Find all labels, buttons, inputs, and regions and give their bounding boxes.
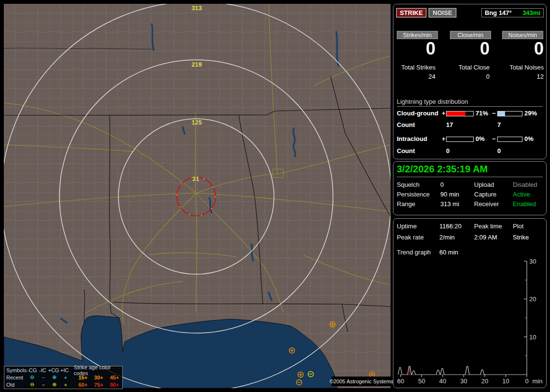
uptime-label: Uptime	[397, 223, 417, 230]
datetime-display: 3/2/2026 2:35:19 AM	[397, 164, 488, 175]
cg-plus-pct: 71%	[476, 110, 488, 117]
svg-text:10: 10	[529, 334, 536, 341]
plot-mode-value: Strike	[513, 234, 529, 241]
ic-count-label: Count	[397, 147, 415, 154]
svg-text:30: 30	[460, 378, 467, 385]
svg-text:10: 10	[502, 378, 509, 385]
cg-minus-pct: 29%	[524, 110, 537, 117]
ring-label-219: 219	[191, 61, 202, 68]
svg-text:60: 60	[397, 378, 404, 385]
strike-stats-panel: STRIKE NOISE Bng 147° 343mi Strikes/min …	[393, 4, 547, 159]
legend-col-pos-cg: +CG	[48, 367, 59, 373]
ic-plus-pct: 0%	[476, 135, 485, 142]
distribution-divider	[397, 106, 543, 107]
legend-col-neg-ic: -IC	[37, 367, 48, 373]
ic-minus-bar	[497, 137, 522, 142]
legend-row-recent: Recent	[6, 375, 27, 380]
total-strikes-label: Total Strikes	[394, 64, 435, 71]
cg-minus-bar	[497, 111, 522, 116]
ic-plus-bar	[446, 137, 474, 142]
svg-text:40: 40	[439, 378, 446, 385]
cg-plus-count: 17	[446, 121, 453, 128]
trend-panel: Uptime 1166:20 Peak time Plot Peak rate …	[393, 218, 547, 388]
total-close-value: 0	[449, 73, 490, 80]
cg-plus-bar-fill	[447, 112, 465, 116]
range-value: 313 mi	[440, 200, 459, 208]
age-30: 30+	[91, 375, 107, 380]
svg-text:20: 20	[529, 295, 536, 303]
cg-count-label: Count	[397, 121, 415, 128]
upload-label: Upload	[474, 181, 494, 188]
pos-cg-recent-icon: ⊕	[49, 374, 60, 380]
nexstorm-window: 313 219 125 31 Symbols -CG -IC +CG +IC S…	[0, 0, 550, 392]
persistence-label: Persistence	[397, 191, 430, 198]
map-legend: Symbols -CG -IC +CG +IC Strike age color…	[4, 366, 123, 389]
upload-status: Disabled	[513, 181, 537, 188]
strike-rate-spike	[436, 370, 440, 375]
ic-minus-sign: −	[492, 135, 496, 142]
age-90: 90+	[106, 382, 122, 388]
svg-text:50: 50	[418, 378, 425, 385]
ic-plus-count: 0	[446, 147, 449, 154]
age-75: 75+	[91, 382, 107, 388]
close-per-min-value: 0	[451, 40, 490, 57]
uptime-value: 1166:20	[439, 223, 462, 230]
noise-mode-button[interactable]: NOISE	[429, 8, 456, 17]
age-45: 45+	[106, 375, 122, 380]
strikes-per-min-value: 0	[397, 40, 435, 57]
ic-minus-pct: 0%	[524, 135, 534, 142]
squelch-label: Squelch	[397, 181, 420, 188]
copyright-attribution: ©2005 Astrogenic Systems	[332, 377, 391, 386]
trend-graph-chart: 6050403020100min102030	[393, 257, 547, 386]
trend-graph-value: 60 min	[439, 249, 458, 256]
svg-text:30: 30	[529, 258, 536, 265]
ic-plus-sign: +	[442, 135, 446, 142]
persistence-value: 90 min	[440, 191, 459, 198]
total-close-label: Total Close	[449, 64, 490, 71]
peak-time-value: 2:09 AM	[474, 234, 497, 241]
squelch-value: 0	[440, 181, 444, 188]
strike-rate-spike	[465, 366, 469, 375]
cg-minus-bar-fill	[498, 112, 505, 116]
cloud-ground-label: Cloud-ground	[397, 110, 438, 117]
map-canvas[interactable]: 313 219 125 31	[4, 4, 391, 388]
intracloud-label: Intracloud	[397, 135, 427, 142]
strike-mode-button[interactable]: STRIKE	[396, 8, 426, 17]
bearing-distance: 343mi	[522, 9, 540, 16]
neg-cg-recent-icon: ⊖	[27, 374, 38, 380]
ring-label-31: 31	[192, 175, 199, 182]
receiver-label: Receiver	[474, 200, 499, 208]
legend-col-pos-ic: +IC	[59, 367, 70, 373]
total-noises-label: Total Noises	[503, 64, 544, 71]
pos-ic-recent-icon: +	[60, 375, 71, 380]
bearing-value: Bng 147°	[485, 9, 512, 16]
status-panel: 3/2/2026 2:35:19 AM Squelch 0 Upload Dis…	[393, 161, 547, 215]
neg-ic-recent-icon: −	[38, 375, 49, 380]
pos-cg-old-icon: ⊕	[49, 381, 60, 388]
neg-ic-old-icon: −	[38, 382, 49, 388]
capture-status: Active	[513, 191, 530, 198]
svg-text:0: 0	[525, 378, 528, 385]
lightning-map[interactable]: 313 219 125 31	[4, 4, 391, 388]
peak-rate-label: Peak rate	[397, 234, 424, 241]
distribution-title: Lightning type distribution	[397, 98, 468, 105]
datetime-divider	[397, 177, 543, 177]
noises-per-min-value: 0	[505, 40, 544, 57]
close-per-min-chip[interactable]: Close/min	[450, 31, 491, 39]
strike-rate-spike	[398, 367, 402, 375]
capture-label: Capture	[474, 191, 496, 198]
ring-label-125: 125	[191, 119, 202, 126]
total-noises-value: 12	[503, 73, 544, 80]
peak-rate-value: 2/min	[439, 234, 455, 241]
age-60: 60+	[75, 382, 91, 388]
strike-rate-spike	[412, 371, 416, 375]
svg-text:min: min	[533, 378, 543, 385]
cg-plus-sign: +	[442, 110, 446, 117]
strikes-per-min-chip[interactable]: Strikes/min	[397, 31, 438, 39]
legend-col-neg-cg: -CG	[27, 367, 37, 373]
noises-per-min-chip[interactable]: Noises/min	[502, 31, 543, 39]
age-15: 15+	[75, 375, 91, 380]
cg-minus-count: 7	[497, 121, 501, 128]
legend-symbols-header: Symbols	[6, 367, 27, 373]
cg-minus-sign: −	[492, 110, 496, 117]
